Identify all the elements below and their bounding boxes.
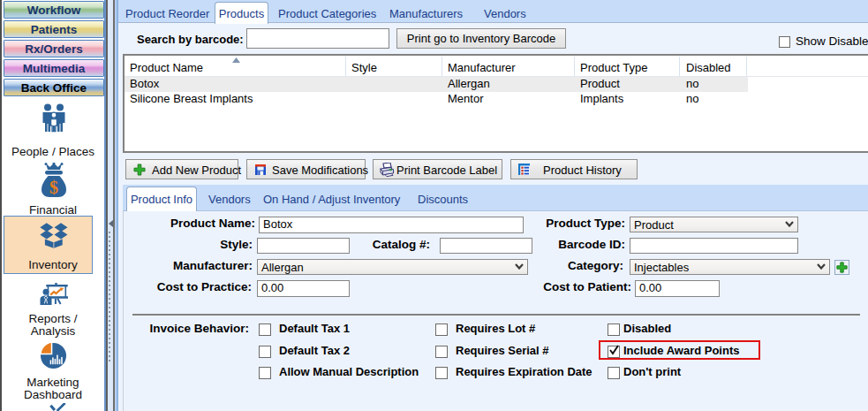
svg-text:$: $ bbox=[49, 178, 58, 197]
